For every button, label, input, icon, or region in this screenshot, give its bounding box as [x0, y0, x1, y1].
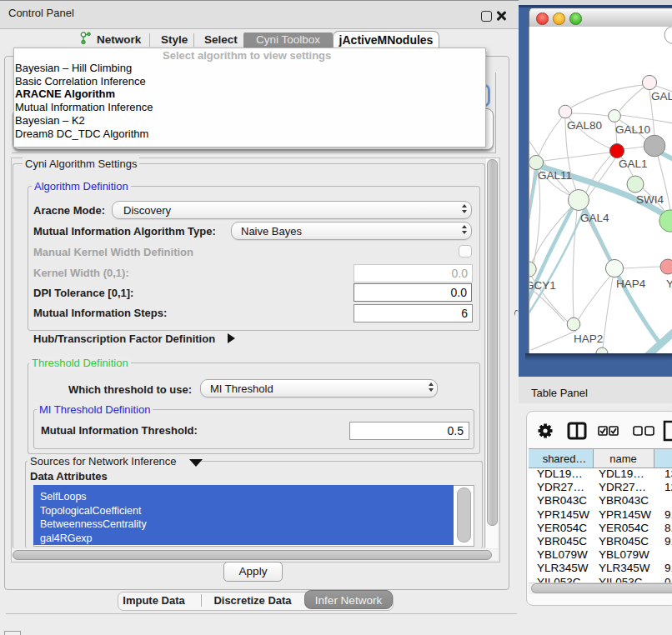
svg-text:GAL1: GAL1: [619, 158, 648, 170]
svg-text:SWI4: SWI4: [636, 193, 664, 206]
svg-text:HAP2: HAP2: [574, 332, 603, 345]
svg-text:GAL80: GAL80: [567, 119, 602, 132]
svg-text:GAL11: GAL11: [538, 169, 572, 182]
svg-text:HAP4: HAP4: [616, 278, 646, 290]
svg-text:GCY1: GCY1: [529, 279, 556, 292]
svg-text:GAL10: GAL10: [615, 123, 650, 136]
svg-text:Y: Y: [666, 278, 672, 290]
svg-text:GAL4: GAL4: [580, 212, 609, 224]
svg-text:GAL7: GAL7: [651, 90, 672, 102]
